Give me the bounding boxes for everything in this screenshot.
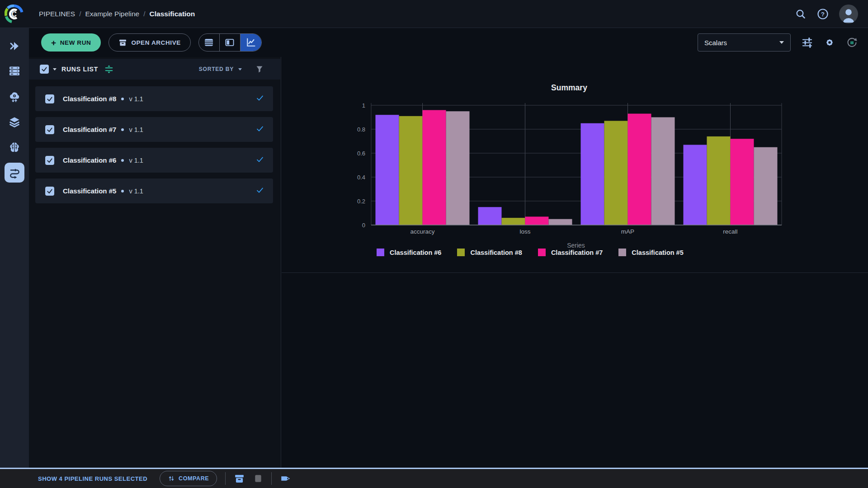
search-icon[interactable] <box>795 8 807 20</box>
chart-legend: Classification #6 Classification #8 Clas… <box>377 249 684 256</box>
open-archive-button[interactable]: OPEN ARCHIVE <box>108 33 190 52</box>
svg-text:?: ? <box>821 10 825 17</box>
selected-check-icon <box>256 94 264 103</box>
legend-label: Classification #5 <box>632 249 683 256</box>
selected-check-icon <box>256 187 264 196</box>
sidebar-item-workers-queues[interactable] <box>8 65 21 77</box>
tune-icon[interactable] <box>801 37 813 49</box>
split-view-button[interactable] <box>220 34 241 51</box>
svg-text:0.8: 0.8 <box>357 126 365 133</box>
legend-item[interactable]: Classification #7 <box>538 249 603 256</box>
svg-text:loss: loss <box>519 228 530 235</box>
run-checkbox[interactable] <box>45 187 54 196</box>
divider <box>225 472 226 485</box>
run-checkbox[interactable] <box>45 94 54 103</box>
compare-button[interactable]: COMPARE <box>160 471 217 486</box>
toolbar: + NEW RUN OPEN ARCHIVE <box>29 28 868 57</box>
legend-swatch <box>538 249 546 256</box>
select-all-checkbox[interactable] <box>40 65 49 74</box>
clearml-logo-icon[interactable]: C <box>5 5 24 23</box>
table-view-button[interactable] <box>199 34 220 51</box>
chart-view-button[interactable] <box>241 34 261 51</box>
auto-refresh-icon[interactable] <box>846 37 858 49</box>
run-version: v 1.1 <box>129 95 143 103</box>
svg-text:mAP: mAP <box>621 228 634 235</box>
legend-item[interactable]: Classification #8 <box>457 249 522 256</box>
runs-list-panel: RUNS LIST SORTED BY Classification #8 v <box>29 57 281 468</box>
sidebar-item-models[interactable] <box>8 141 21 154</box>
sidebar-item-projects[interactable] <box>8 40 21 52</box>
check-icon <box>41 66 47 72</box>
top-bar: C PIPELINES / Example Pipeline / Classif… <box>0 0 868 28</box>
selected-check-icon <box>256 125 264 134</box>
divider <box>271 472 272 485</box>
status-dot <box>121 128 124 131</box>
compare-label: COMPARE <box>179 475 209 482</box>
svg-text:1: 1 <box>362 102 365 109</box>
double-chevron-right-icon <box>8 40 21 52</box>
run-name: Classification #5 <box>63 187 116 195</box>
status-dot <box>121 159 124 162</box>
legend-item[interactable]: Classification #6 <box>377 249 441 256</box>
selection-dropdown-icon[interactable] <box>53 68 57 70</box>
run-row[interactable]: Classification #5 v 1.1 <box>35 178 273 203</box>
svg-text:0.4: 0.4 <box>357 174 365 181</box>
user-avatar[interactable] <box>839 5 858 23</box>
legend-item[interactable]: Classification #5 <box>618 249 683 256</box>
run-checkbox[interactable] <box>45 125 54 134</box>
run-row[interactable]: Classification #8 v 1.1 <box>35 86 273 111</box>
settings-gear-icon[interactable] <box>824 37 835 48</box>
selected-runs-link[interactable]: SHOW 4 PIPELINE RUNS SELECTED <box>38 475 147 482</box>
svg-text:0.2: 0.2 <box>357 198 365 205</box>
tag-icon <box>280 473 292 484</box>
summary-chart: Summary00.20.40.60.81accuracylossmAPreca… <box>282 57 868 273</box>
svg-text:C: C <box>11 10 17 18</box>
tag-button[interactable] <box>280 473 292 484</box>
metric-selector[interactable]: Scalars <box>698 33 791 52</box>
selected-check-icon <box>256 156 264 165</box>
svg-text:recall: recall <box>723 228 737 235</box>
run-row[interactable]: Classification #6 v 1.1 <box>35 148 273 173</box>
svg-text:Summary: Summary <box>551 83 587 92</box>
footer-bar: SHOW 4 PIPELINE RUNS SELECTED COMPARE <box>0 468 868 488</box>
status-dot <box>121 190 124 192</box>
split-view-icon <box>224 37 235 48</box>
abort-icon <box>253 473 263 484</box>
run-row[interactable]: Classification #7 v 1.1 <box>35 117 273 142</box>
archive-icon <box>118 38 127 47</box>
layers-icon <box>8 116 21 128</box>
breadcrumb-project[interactable]: Example Pipeline <box>85 10 139 18</box>
run-version: v 1.1 <box>129 188 143 195</box>
archive-button[interactable] <box>234 473 245 484</box>
sidebar-item-pipelines[interactable] <box>5 163 24 183</box>
filter-icon[interactable] <box>255 64 264 74</box>
cloud-gear-icon <box>8 90 21 103</box>
run-version: v 1.1 <box>129 126 143 133</box>
pipelines-icon <box>8 166 21 179</box>
breadcrumb-pipelines[interactable]: PIPELINES <box>39 10 75 18</box>
svg-text:0: 0 <box>362 222 365 229</box>
legend-label: Classification #6 <box>390 249 441 256</box>
run-name: Classification #7 <box>63 126 116 133</box>
summary-chart-panel: Summary00.20.40.60.81accuracylossmAPreca… <box>282 57 868 273</box>
sidebar-item-datasets[interactable] <box>8 116 21 128</box>
breadcrumb-current-page: Classification <box>150 10 195 18</box>
sidebar-item-cloud[interactable] <box>8 90 21 103</box>
sidebar <box>0 28 29 468</box>
new-run-label: NEW RUN <box>60 39 91 46</box>
chart-view-icon <box>245 37 256 48</box>
unfold-rows-icon[interactable] <box>104 64 114 75</box>
svg-text:0.6: 0.6 <box>357 150 365 157</box>
metric-selector-value: Scalars <box>704 39 727 47</box>
svg-text:accuracy: accuracy <box>410 228 434 235</box>
sorted-by-dropdown[interactable]: SORTED BY <box>199 66 242 72</box>
run-checkbox[interactable] <box>45 156 54 165</box>
legend-swatch <box>457 249 465 256</box>
new-run-button[interactable]: + NEW RUN <box>41 33 101 52</box>
breadcrumb: PIPELINES / Example Pipeline / Classific… <box>39 10 195 18</box>
app-root: C PIPELINES / Example Pipeline / Classif… <box>0 0 868 488</box>
view-mode-toggle <box>198 33 262 52</box>
compare-icon <box>168 475 175 482</box>
status-dot <box>121 98 124 100</box>
help-icon[interactable]: ? <box>816 8 829 20</box>
